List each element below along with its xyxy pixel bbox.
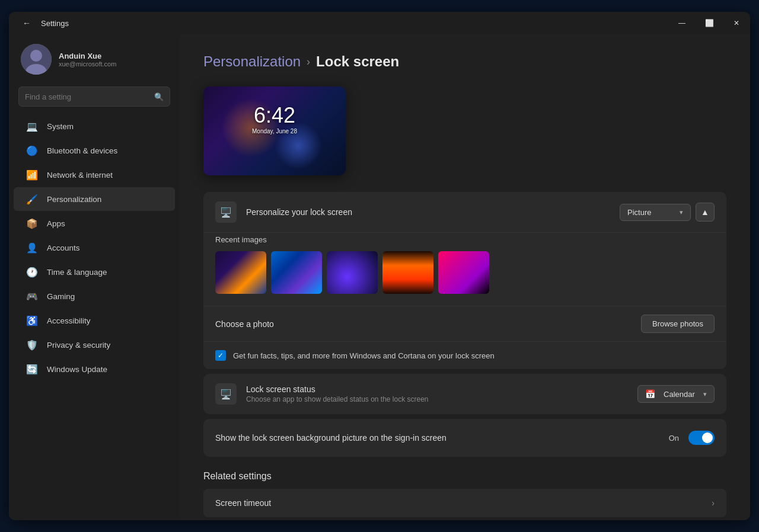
browse-photos-button[interactable]: Browse photos <box>641 315 715 333</box>
lock-screen-status-row: 🖥️ Lock screen status Choose an app to s… <box>203 374 726 414</box>
fun-facts-label: Get fun facts, tips, and more from Windo… <box>233 351 495 360</box>
sidebar-item-label-windows-update: Windows Update <box>47 365 107 374</box>
windows-update-icon: 🔄 <box>25 363 39 376</box>
sidebar-item-label-personalization: Personalization <box>47 195 101 204</box>
sidebar-item-label-accessibility: Accessibility <box>47 316 91 325</box>
back-button[interactable]: ← <box>18 15 35 31</box>
close-button[interactable]: ✕ <box>723 12 750 34</box>
calendar-icon: 📅 <box>645 389 655 399</box>
avatar <box>21 44 52 75</box>
lock-screen-status-title: Lock screen status <box>246 384 637 394</box>
sidebar-item-accounts[interactable]: 👤 Accounts <box>14 236 175 259</box>
window-title: Settings <box>41 19 69 28</box>
sidebar-item-system[interactable]: 💻 System <box>14 114 175 138</box>
sidebar-item-privacy[interactable]: 🛡️ Privacy & security <box>14 333 175 357</box>
sidebar-item-apps[interactable]: 📦 Apps <box>14 211 175 235</box>
background-picture-toggle[interactable] <box>688 431 715 445</box>
sidebar-item-windows-update[interactable]: 🔄 Windows Update <box>14 357 175 381</box>
lock-screen-status-icon: 🖥️ <box>215 383 237 405</box>
main-content: Personalization › Lock screen 6:42 Monda… <box>180 34 750 520</box>
lockscreen-time-display: 6:42 Monday, June 28 <box>252 103 297 134</box>
fun-facts-row: ✓ Get fun facts, tips, and more from Win… <box>203 341 726 369</box>
minimize-button[interactable]: — <box>668 12 696 34</box>
personalize-card: 🖥️ Personalize your lock screen Picture … <box>203 192 726 369</box>
related-settings-title: Related settings <box>203 471 726 482</box>
thumbnail-2[interactable] <box>271 251 322 294</box>
recent-images-section: Recent images <box>203 233 726 306</box>
sidebar-item-label-apps: Apps <box>47 219 65 228</box>
sidebar-item-label-privacy: Privacy & security <box>47 341 110 350</box>
sidebar-item-personalization[interactable]: 🖌️ Personalization <box>14 187 175 211</box>
personalize-dropdown[interactable]: Picture ▾ <box>620 204 691 221</box>
check-icon: ✓ <box>218 351 224 360</box>
sidebar-item-label-bluetooth: Bluetooth & devices <box>47 146 117 155</box>
screen-timeout-arrow-icon: › <box>712 498 715 508</box>
personalize-row: 🖥️ Personalize your lock screen Picture … <box>203 192 726 233</box>
calendar-chevron-icon: ▾ <box>703 390 707 398</box>
breadcrumb: Personalization › Lock screen <box>203 53 726 70</box>
fun-facts-checkbox[interactable]: ✓ <box>215 350 226 361</box>
background-picture-row: Show the lock screen background picture … <box>203 419 726 457</box>
sidebar-item-label-system: System <box>47 122 74 131</box>
lock-screen-status-card: 🖥️ Lock screen status Choose an app to s… <box>203 374 726 414</box>
images-row <box>215 251 715 294</box>
thumbnail-3[interactable] <box>327 251 378 294</box>
background-picture-label: Show the lock screen background picture … <box>215 433 669 443</box>
background-picture-control: On <box>669 431 715 445</box>
user-name: Anduin Xue <box>59 52 116 60</box>
sidebar-nav: 💻 System 🔵 Bluetooth & devices 📶 Network… <box>9 114 180 382</box>
settings-window: ← Settings — ⬜ ✕ Anduin Xue <box>9 12 750 520</box>
privacy-icon: 🛡️ <box>25 338 39 351</box>
sidebar-item-bluetooth[interactable]: 🔵 Bluetooth & devices <box>14 139 175 162</box>
chevron-down-icon: ▾ <box>680 209 683 216</box>
personalize-icon: 🖥️ <box>215 201 237 223</box>
accounts-icon: 👤 <box>25 241 39 254</box>
window-controls: — ⬜ ✕ <box>668 12 750 34</box>
sidebar: Anduin Xue xue@microsoft.com 🔍 💻 System … <box>9 34 180 520</box>
collapse-button[interactable]: ▲ <box>696 203 715 222</box>
choose-photo-label: Choose a photo <box>215 319 641 329</box>
search-input[interactable] <box>25 92 154 101</box>
title-bar: ← Settings — ⬜ ✕ <box>9 12 750 34</box>
accessibility-icon: ♿ <box>25 314 39 327</box>
lockscreen-date: Monday, June 28 <box>252 128 297 134</box>
breadcrumb-parent[interactable]: Personalization <box>203 53 301 70</box>
personalize-text: Personalize your lock screen <box>246 207 620 217</box>
maximize-button[interactable]: ⬜ <box>696 12 723 34</box>
lockscreen-time: 6:42 <box>252 103 297 128</box>
sidebar-item-gaming[interactable]: 🎮 Gaming <box>14 284 175 308</box>
thumbnail-5[interactable] <box>438 251 489 294</box>
user-info: Anduin Xue xue@microsoft.com <box>59 52 116 68</box>
system-icon: 💻 <box>25 120 39 133</box>
lock-screen-status-dropdown[interactable]: 📅 Calendar ▾ <box>637 385 715 403</box>
related-row-screen-timeout[interactable]: Screen timeout › <box>203 489 726 517</box>
on-label: On <box>669 434 679 443</box>
breadcrumb-current: Lock screen <box>316 53 399 70</box>
lock-screen-status-controls: 📅 Calendar ▾ <box>637 385 715 403</box>
personalize-dropdown-value: Picture <box>627 208 651 217</box>
gaming-icon: 🎮 <box>25 290 39 303</box>
lockscreen-preview: 6:42 Monday, June 28 <box>203 86 346 175</box>
breadcrumb-separator: › <box>307 56 310 68</box>
recent-images-label: Recent images <box>215 235 715 244</box>
search-icon: 🔍 <box>154 92 164 101</box>
sidebar-item-accessibility[interactable]: ♿ Accessibility <box>14 309 175 332</box>
sidebar-item-label-network: Network & internet <box>47 171 113 180</box>
sidebar-item-time[interactable]: 🕐 Time & language <box>14 260 175 284</box>
screen-timeout-label: Screen timeout <box>215 498 271 508</box>
thumbnail-1[interactable] <box>215 251 266 294</box>
lock-screen-status-subtitle: Choose an app to show detailed status on… <box>246 395 637 403</box>
personalize-title: Personalize your lock screen <box>246 207 620 217</box>
sidebar-item-label-gaming: Gaming <box>47 292 75 301</box>
user-email: xue@microsoft.com <box>59 60 116 68</box>
calendar-dropdown-value: Calendar <box>664 390 695 399</box>
background-picture-card: Show the lock screen background picture … <box>203 419 726 457</box>
user-profile: Anduin Xue xue@microsoft.com <box>9 34 180 82</box>
time-icon: 🕐 <box>25 265 39 278</box>
background-picture-text: Show the lock screen background picture … <box>215 433 669 443</box>
sidebar-item-network[interactable]: 📶 Network & internet <box>14 163 175 187</box>
personalization-icon: 🖌️ <box>25 193 39 206</box>
thumbnail-4[interactable] <box>382 251 433 294</box>
choose-photo-row: Choose a photo Browse photos <box>203 306 726 341</box>
svg-point-1 <box>30 50 42 62</box>
